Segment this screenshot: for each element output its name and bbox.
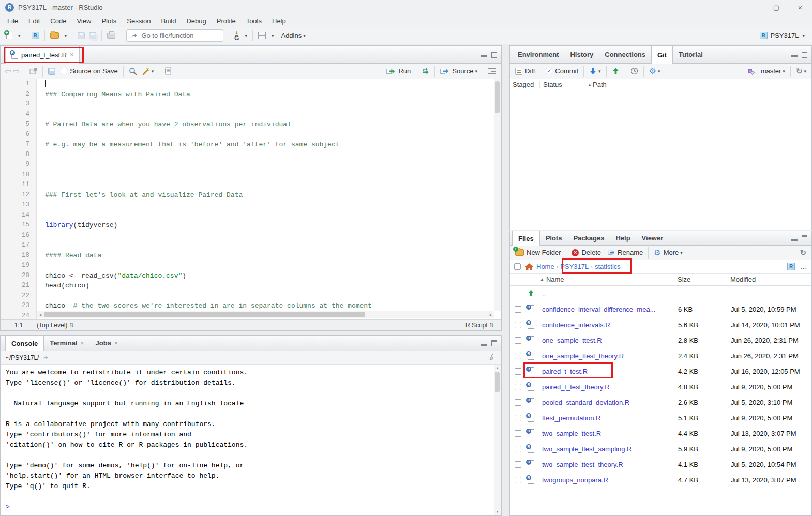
compile-report-button[interactable] — [162, 66, 174, 77]
panes-dropdown[interactable]: ▾ — [268, 32, 276, 40]
file-row[interactable]: confidence_intervals.R5.6 KBJul 14, 2020… — [510, 317, 811, 332]
code-line[interactable]: 5# Paired Data are when you have 2 obser… — [1, 119, 501, 130]
console-prompt[interactable]: > — [6, 502, 494, 512]
col-staged[interactable]: Staged — [510, 81, 540, 88]
tab-help[interactable]: Help — [610, 231, 636, 245]
workspace-panes-button[interactable] — [256, 30, 268, 41]
code-line[interactable]: 3 — [1, 99, 501, 110]
tab-git[interactable]: Git — [651, 46, 673, 64]
git-more-button[interactable]: ⚙▾ — [647, 65, 663, 78]
file-checkbox[interactable] — [515, 461, 521, 468]
close-tab-icon[interactable]: × — [114, 340, 118, 347]
file-name-link[interactable]: one_sample_ttest_theory.R — [542, 352, 678, 360]
new-project-button[interactable]: R — [29, 30, 41, 41]
code-line[interactable]: 6 — [1, 130, 501, 140]
file-row[interactable]: one_sample_ttest_theory.R2.4 KBJun 26, 2… — [510, 348, 811, 363]
window-minimize-button[interactable]: – — [741, 0, 764, 14]
pull-button[interactable]: ▾ — [587, 66, 603, 77]
menu-help[interactable]: Help — [267, 16, 291, 26]
minimize-pane-icon[interactable] — [791, 235, 798, 241]
save-all-button[interactable] — [87, 31, 98, 41]
file-checkbox[interactable] — [515, 446, 521, 452]
col-status[interactable]: Status — [540, 81, 585, 88]
code-line[interactable]: 12### First let's look at and visualize … — [1, 190, 501, 201]
file-name-link[interactable]: two_sample_ttest_theory.R — [542, 461, 678, 468]
rename-button[interactable]: Rename — [605, 247, 645, 258]
code-line[interactable]: 10 — [1, 170, 501, 180]
tab-paired-t-test[interactable]: paired_t_test.R × — [5, 46, 80, 64]
show-in-new-window-button[interactable] — [27, 66, 39, 76]
code-tools-button[interactable]: ▾ — [139, 66, 156, 77]
file-checkbox[interactable] — [515, 415, 521, 421]
run-button[interactable]: Run — [384, 66, 413, 77]
branch-view-button[interactable] — [746, 67, 756, 76]
home-icon[interactable] — [525, 263, 533, 270]
maximize-pane-icon[interactable] — [802, 235, 807, 241]
file-checkbox[interactable] — [515, 384, 521, 390]
save-source-button[interactable] — [46, 66, 57, 77]
col-size[interactable]: Size — [678, 276, 730, 283]
menu-profile[interactable]: Profile — [212, 16, 241, 26]
tab-connections[interactable]: Connections — [599, 46, 651, 63]
menu-file[interactable]: File — [2, 16, 23, 26]
file-row[interactable]: paired_t_test.R4.2 KBJul 16, 2020, 12:05… — [510, 363, 811, 379]
file-checkbox[interactable] — [515, 306, 521, 313]
commit-button[interactable]: ✓Commit — [544, 66, 580, 77]
code-line[interactable]: 22 — [1, 291, 501, 301]
col-name[interactable]: ▲Name — [510, 276, 678, 283]
push-button[interactable] — [610, 66, 622, 77]
breadcrumb-statistics[interactable]: statistics — [595, 263, 621, 270]
window-close-button[interactable]: × — [788, 0, 812, 14]
code-line[interactable]: 19 — [1, 261, 501, 271]
breadcrumb-home[interactable]: Home — [536, 263, 554, 270]
code-line[interactable]: 16 — [1, 231, 501, 241]
up-directory-icon[interactable] — [528, 289, 542, 298]
tab-environment[interactable]: Environment — [512, 46, 564, 63]
find-replace-button[interactable] — [127, 66, 139, 77]
file-checkbox[interactable] — [515, 477, 521, 483]
save-button[interactable] — [76, 31, 87, 41]
code-line[interactable]: 4 — [1, 110, 501, 120]
more-columns-button[interactable]: ... — [800, 263, 807, 270]
code-line[interactable]: 18#### Read data — [1, 251, 501, 261]
project-menu-button[interactable]: R PSY317L ▾ — [757, 31, 808, 40]
maximize-pane-icon[interactable] — [802, 52, 807, 58]
files-more-button[interactable]: ⚙More▾ — [652, 247, 685, 259]
open-recent-dropdown[interactable]: ▾ — [61, 32, 69, 40]
file-name-link[interactable]: confidence_interval_difference_mea... — [542, 306, 678, 313]
file-checkbox[interactable] — [515, 430, 521, 437]
maximize-pane-icon[interactable] — [491, 52, 497, 58]
file-name-link[interactable]: one_sample_ttest.R — [542, 337, 678, 344]
file-name-link[interactable]: two_sample_ttest_sampling.R — [542, 445, 678, 453]
code-line[interactable]: 17 — [1, 240, 501, 251]
minimize-pane-icon[interactable] — [791, 52, 798, 57]
menu-tools[interactable]: Tools — [241, 16, 267, 26]
col-modified[interactable]: Modified — [730, 276, 811, 283]
new-file-button[interactable]: + — [4, 30, 14, 41]
console-scrollbar[interactable]: ▴ ▾ — [494, 365, 501, 515]
goto-directory-icon[interactable] — [42, 355, 49, 360]
menu-debug[interactable]: Debug — [181, 16, 211, 26]
code-editor[interactable]: 12### Comparing Means with Paired Data34… — [1, 79, 501, 319]
code-line[interactable]: 23chico # the two scores we're intereste… — [1, 301, 501, 311]
tab-plots[interactable]: Plots — [540, 231, 568, 245]
doc-type-selector[interactable]: R Script — [465, 322, 488, 329]
branch-selector[interactable]: master▾ — [756, 66, 787, 77]
code-line[interactable]: 21head(chico) — [1, 281, 501, 291]
code-line[interactable]: 2### Comparing Means with Paired Data — [1, 89, 501, 100]
code-line[interactable]: 7# e.g. may be a measurement that is 'be… — [1, 140, 501, 150]
console-scroll-thumb[interactable] — [495, 372, 500, 392]
delete-button[interactable]: ×Delete — [569, 247, 603, 258]
file-checkbox[interactable] — [515, 337, 521, 344]
tab-files[interactable]: Files — [512, 231, 540, 246]
up-directory-link[interactable]: .. — [542, 290, 678, 298]
file-row[interactable]: twogroups_nonpara.R4.7 KBJul 13, 2020, 3… — [510, 472, 811, 488]
scope-selector[interactable]: (Top Level) — [37, 322, 67, 329]
code-line[interactable]: 15library(tidyverse) — [1, 220, 501, 231]
history-button[interactable] — [628, 66, 640, 77]
tab-packages[interactable]: Packages — [567, 231, 610, 245]
rerun-button[interactable] — [419, 66, 431, 76]
new-file-dropdown[interactable]: ▾ — [14, 32, 23, 40]
back-icon[interactable]: ⇦ — [5, 67, 11, 76]
code-line[interactable]: 20chico <- read_csv("data/chico.csv") — [1, 271, 501, 281]
